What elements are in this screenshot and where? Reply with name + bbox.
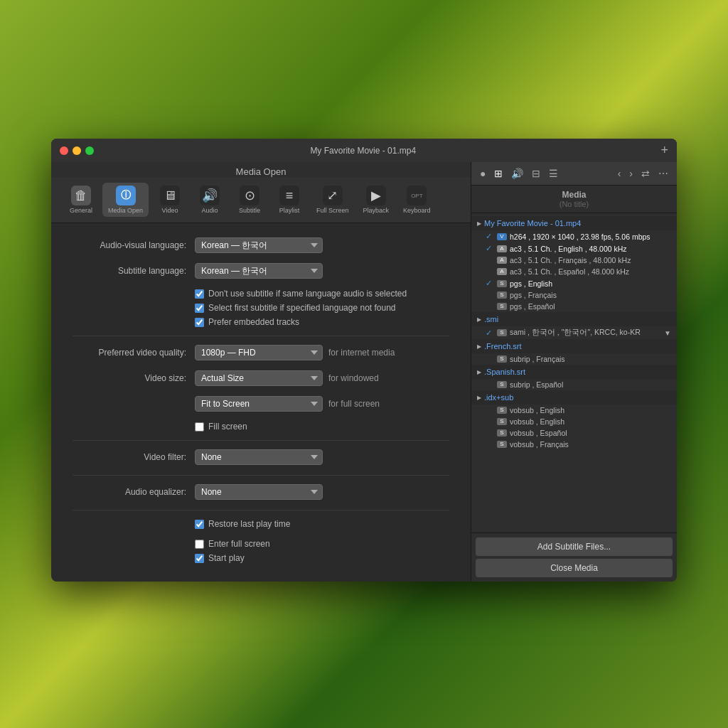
audio-visual-language-select[interactable]: Korean — 한국어 English Français bbox=[195, 237, 323, 253]
audio-track-1-row[interactable]: ✓ A ac3 , 5.1 Ch. , English , 48.000 kHz bbox=[471, 242, 677, 255]
settings-content: Audio-visual language: Korean — 한국어 Engl… bbox=[51, 223, 471, 582]
dont-use-subtitle-checkbox[interactable] bbox=[195, 289, 204, 299]
toolbar-keyboard-label: Keyboard bbox=[403, 207, 431, 214]
video-size-fullscreen-select[interactable]: Fit to Screen Actual Size Fill Screen bbox=[195, 396, 323, 412]
audio-visual-language-label: Audio-visual language: bbox=[73, 240, 186, 250]
prefer-embedded-checkbox[interactable] bbox=[195, 318, 204, 327]
select-first-subtitle-checkbox[interactable] bbox=[195, 304, 204, 313]
next-icon[interactable]: › bbox=[626, 166, 636, 181]
add-button[interactable]: + bbox=[660, 143, 668, 158]
toolbar-video-label: Video bbox=[162, 207, 178, 214]
toolbar-fullscreen[interactable]: ⤢ Full Screen bbox=[311, 183, 355, 217]
video-size-fullscreen-row: Fit to Screen Actual Size Fill Screen fo… bbox=[73, 396, 449, 412]
audio-equalizer-select[interactable]: None Bass Boost bbox=[195, 484, 323, 500]
idxsub1-track-icon: S bbox=[497, 407, 507, 414]
sami-track-row[interactable]: ✓ S sami , 한국어 , "한국어", KRCC, ko-KR ▼ bbox=[471, 326, 677, 339]
subtitle-language-select[interactable]: Korean — 한국어 English bbox=[195, 263, 323, 279]
app-title-bar: My Favorite Movie - 01.mp4 + bbox=[51, 139, 677, 162]
audio3-track-text: ac3 , 5.1 Ch. , Español , 48.000 kHz bbox=[510, 267, 629, 276]
list-icon[interactable]: ☰ bbox=[546, 166, 561, 181]
toolbar-audio-label: Audio bbox=[202, 207, 218, 214]
sub-track-1-row[interactable]: ✓ S pgs , English bbox=[471, 277, 677, 289]
sub3-track-text: pgs , Español bbox=[510, 302, 555, 311]
idxsub-track-1-row[interactable]: S vobsub , English bbox=[471, 405, 677, 416]
toolbar-playlist-label: Playlist bbox=[279, 207, 300, 214]
shuffle-icon[interactable]: ⇄ bbox=[638, 166, 653, 181]
toolbar-subtitle[interactable]: ⊙ Subtitle bbox=[231, 183, 268, 217]
main-file-name[interactable]: My Favorite Movie - 01.mp4 bbox=[471, 216, 677, 230]
toolbar-audio[interactable]: 🔊 Audio bbox=[191, 183, 228, 217]
sami-track-icon: S bbox=[497, 329, 507, 336]
idxsub-track-2-row[interactable]: S vobsub , English bbox=[471, 416, 677, 427]
spanish-file-name[interactable]: .Spanish.srt bbox=[471, 365, 677, 379]
restore-last-play-checkbox[interactable] bbox=[195, 520, 204, 529]
toolbar-general[interactable]: 🗑 General bbox=[63, 183, 100, 217]
sub-track-2-row[interactable]: S pgs , Français bbox=[471, 289, 677, 301]
speaker-icon[interactable]: 🔊 bbox=[508, 166, 526, 181]
prefer-embedded-row: Prefer embedded tracks bbox=[195, 317, 449, 327]
smi-file-name[interactable]: .smi bbox=[471, 312, 677, 326]
idxsub-track-4-row[interactable]: S vobsub , Français bbox=[471, 439, 677, 450]
grid-icon[interactable]: ⊞ bbox=[491, 166, 505, 181]
fullscreen-icon: ⤢ bbox=[323, 186, 343, 205]
french-file-name[interactable]: .French.srt bbox=[471, 339, 677, 353]
main-window: My Favorite Movie - 01.mp4 + Media Open … bbox=[51, 139, 677, 582]
video-icon: 🖥 bbox=[160, 186, 180, 205]
dont-use-subtitle-label: Don't use subtitle if same language audi… bbox=[208, 289, 407, 299]
enter-full-screen-checkbox[interactable] bbox=[195, 540, 204, 549]
audio-visual-language-row: Audio-visual language: Korean — 한국어 Engl… bbox=[73, 237, 449, 253]
toolbar-playback[interactable]: ▶ Playback bbox=[358, 183, 395, 217]
preferred-video-quality-select[interactable]: 1080p — FHD 720p — HD 4K — UHD bbox=[195, 345, 323, 360]
prev-icon[interactable]: ‹ bbox=[615, 166, 624, 181]
start-play-checkbox[interactable] bbox=[195, 554, 204, 563]
sami-dropdown-arrow[interactable]: ▼ bbox=[664, 329, 671, 337]
subtitle-icon: ⊙ bbox=[240, 186, 259, 205]
video-size-windowed-control: Actual Size Fit to Screen Fill Screen fo… bbox=[195, 370, 449, 386]
video-filter-select[interactable]: None Sharpen bbox=[195, 449, 323, 465]
start-play-label: Start play bbox=[208, 553, 245, 563]
audio-equalizer-row: Audio equalizer: None Bass Boost bbox=[73, 484, 449, 500]
grid2-icon[interactable]: ⊟ bbox=[529, 166, 543, 181]
idxsub-track-3-row[interactable]: S vobsub , Español bbox=[471, 427, 677, 439]
right-panel-buttons: Add Subtitle Files... Close Media bbox=[471, 532, 677, 582]
video-check: ✓ bbox=[486, 232, 494, 241]
toolbar-fullscreen-label: Full Screen bbox=[316, 207, 349, 214]
audio-track-3-row[interactable]: A ac3 , 5.1 Ch. , Español , 48.000 kHz bbox=[471, 266, 677, 277]
toolbar-keyboard[interactable]: OPT Keyboard bbox=[397, 183, 437, 217]
toolbar-media-open-label: Media Open bbox=[108, 207, 143, 214]
add-subtitle-button[interactable]: Add Subtitle Files... bbox=[476, 537, 673, 556]
sub2-track-text: pgs , Français bbox=[510, 291, 557, 299]
sub1-check: ✓ bbox=[486, 279, 494, 288]
subtitle-language-control: Korean — 한국어 English bbox=[195, 263, 449, 279]
close-media-button[interactable]: Close Media bbox=[476, 559, 673, 577]
fill-screen-label: Fill screen bbox=[208, 422, 247, 432]
right-panel-toolbar: ● ⊞ 🔊 ⊟ ☰ ‹ › ⇄ ⋯ bbox=[471, 162, 677, 186]
idxsub-file-name[interactable]: .idx+sub bbox=[471, 390, 677, 405]
sub3-track-icon: S bbox=[497, 303, 507, 310]
circle-icon[interactable]: ● bbox=[477, 166, 488, 181]
video-track-icon: V bbox=[497, 233, 507, 240]
spanish-track-row[interactable]: S subrip , Español bbox=[471, 379, 677, 390]
idxsub2-track-icon: S bbox=[497, 418, 507, 425]
enter-full-screen-label: Enter full screen bbox=[208, 539, 270, 549]
fill-screen-checkbox[interactable] bbox=[195, 422, 204, 432]
dots-icon[interactable]: ⋯ bbox=[655, 166, 671, 181]
divider-3 bbox=[73, 475, 449, 476]
video-track-row[interactable]: ✓ V h264 , 1920 × 1040 , 23.98 fps, 5.06… bbox=[471, 230, 677, 242]
toolbar-subtitle-label: Subtitle bbox=[239, 207, 260, 214]
toolbar-video[interactable]: 🖥 Video bbox=[151, 183, 188, 217]
sami-check: ✓ bbox=[486, 328, 494, 338]
video-size-windowed-select[interactable]: Actual Size Fit to Screen Fill Screen bbox=[195, 370, 323, 386]
enter-full-screen-row: Enter full screen bbox=[195, 539, 449, 549]
toolbar-media-open[interactable]: ⓘ Media Open bbox=[102, 183, 149, 217]
video-size-row: Video size: Actual Size Fit to Screen Fi… bbox=[73, 370, 449, 386]
fill-screen-row: Fill screen bbox=[195, 422, 449, 432]
preferred-video-quality-label: Preferred video quality: bbox=[73, 348, 186, 358]
sami-track-text: sami , 한국어 , "한국어", KRCC, ko-KR bbox=[510, 328, 664, 338]
audio-icon: 🔊 bbox=[200, 186, 220, 205]
french-track-row[interactable]: S subrip , Français bbox=[471, 353, 677, 365]
audio-track-2-row[interactable]: A ac3 , 5.1 Ch. , Français , 48.000 kHz bbox=[471, 255, 677, 266]
toolbar-playlist[interactable]: ≡ Playlist bbox=[271, 183, 308, 217]
sub-track-3-row[interactable]: S pgs , Español bbox=[471, 301, 677, 312]
audio-equalizer-label: Audio equalizer: bbox=[73, 487, 186, 497]
